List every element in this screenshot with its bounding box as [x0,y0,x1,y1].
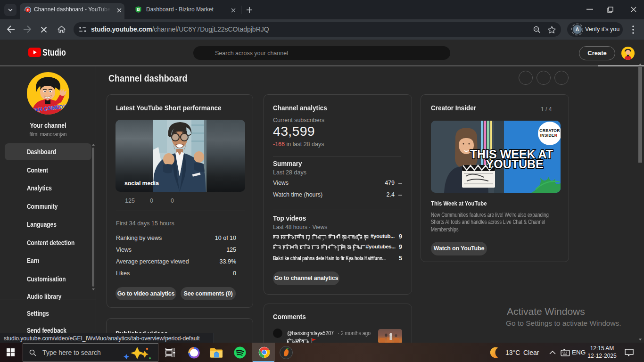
svg-text:CREATOR: CREATOR [539,128,560,133]
svg-text:B: B [137,7,140,12]
svg-text:INSIDER: INSIDER [540,133,558,138]
svg-text:A: A [576,26,579,32]
svg-text:YOUTUBE: YOUTUBE [486,157,544,171]
